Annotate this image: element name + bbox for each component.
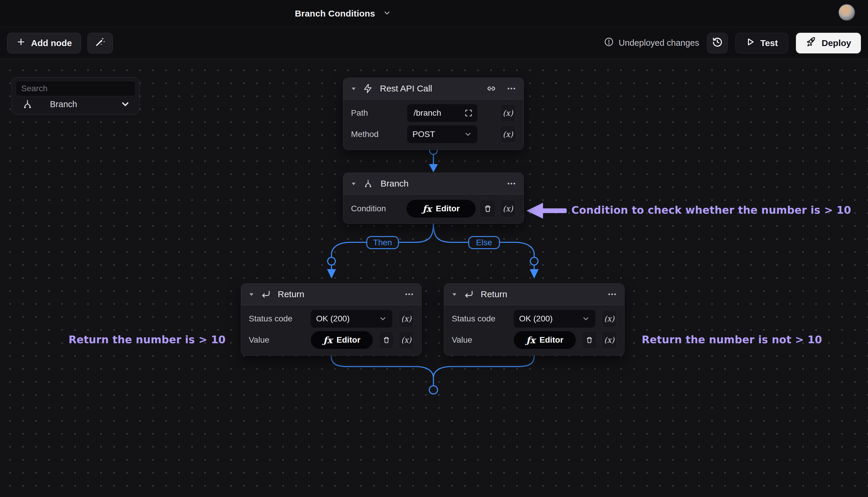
field-value: Value ƒx Editor (x) [452, 331, 617, 349]
condition-variable-button[interactable]: (x) [500, 200, 516, 217]
add-node-label: Add node [31, 38, 72, 48]
path-value[interactable] [413, 108, 465, 118]
status-code-select[interactable]: OK (200) [514, 310, 595, 328]
palette-item-label: Branch [50, 99, 77, 109]
node-title: Return [278, 289, 398, 299]
field-label: Status code [452, 314, 514, 324]
arrowhead-branch [429, 164, 438, 172]
path-input[interactable] [407, 104, 478, 122]
trash-icon [484, 204, 492, 213]
node-rest-api-call[interactable]: Rest API Call Path [343, 77, 524, 150]
title-bar: Branch Conditions [0, 0, 868, 27]
ai-assist-button[interactable] [87, 33, 113, 53]
method-select[interactable]: POST [407, 125, 478, 143]
field-label: Value [249, 335, 311, 345]
node-return-then[interactable]: Return Status code OK (200) (x) [241, 283, 422, 356]
node-body: Status code OK (200) (x) Value ƒx [241, 305, 421, 355]
status-variable-button[interactable]: (x) [602, 310, 617, 328]
node-title: Branch [381, 179, 500, 188]
test-button[interactable]: Test [735, 33, 788, 53]
alert-circle-icon [604, 37, 614, 49]
annotation-arrow [526, 203, 567, 219]
condition-editor-button[interactable]: ƒx Editor [407, 200, 476, 217]
method-variable-button[interactable]: (x) [500, 125, 516, 143]
avatar[interactable] [839, 4, 855, 20]
node-body: Status code OK (200) (x) Value ƒx [444, 305, 624, 355]
undeployed-label: Undeployed changes [619, 38, 699, 48]
value-delete-button[interactable] [582, 331, 597, 349]
rocket-icon [806, 37, 816, 49]
then-port[interactable] [328, 257, 335, 265]
undeployed-status: Undeployed changes [604, 37, 699, 49]
search-input[interactable] [16, 81, 136, 96]
chevron-down-icon [379, 315, 387, 323]
chevron-down-icon[interactable] [120, 99, 130, 109]
field-label: Value [452, 335, 514, 345]
node-title: Return [481, 289, 601, 299]
node-branch[interactable]: Branch Condition ƒx Editor [343, 173, 524, 224]
more-menu-icon[interactable] [607, 289, 617, 299]
deploy-label: Deploy [822, 38, 851, 48]
test-label: Test [760, 38, 778, 48]
toolbar: Add node Undeployed changes [0, 27, 868, 59]
collapse-caret-icon[interactable] [248, 291, 255, 298]
magic-wand-icon [95, 37, 106, 49]
status-variable-button[interactable]: (x) [399, 310, 414, 328]
node-header: Return [241, 284, 421, 305]
trash-icon [383, 336, 390, 344]
expand-icon[interactable] [465, 109, 473, 117]
collapse-caret-icon[interactable] [350, 180, 357, 187]
flow-title-dropdown[interactable]: Branch Conditions [295, 0, 391, 27]
node-header: Rest API Call [343, 78, 524, 99]
branch-icon [363, 178, 373, 189]
app: Branch Conditions Add node [0, 0, 868, 497]
merge-port[interactable] [429, 386, 438, 394]
palette-item-branch[interactable]: Branch [16, 97, 136, 112]
node-title: Rest API Call [380, 84, 480, 94]
node-return-else[interactable]: Return Status code OK (200) (x) [444, 283, 624, 356]
value-editor-button[interactable]: ƒx Editor [514, 331, 576, 349]
value-variable-button[interactable]: (x) [399, 331, 414, 349]
field-value: Value ƒx Editor (x) [249, 331, 414, 349]
field-label: Path [351, 108, 407, 118]
node-body: Path (x) Method [343, 99, 524, 150]
annotation-then: Return the number is > 10 [69, 334, 226, 345]
more-menu-icon[interactable] [506, 84, 516, 94]
arrowhead-return-then [327, 269, 336, 279]
status-code-select[interactable]: OK (200) [311, 310, 392, 328]
trash-icon [585, 336, 593, 344]
history-button[interactable] [707, 33, 728, 53]
add-node-button[interactable]: Add node [7, 33, 81, 53]
chevron-down-icon [383, 9, 391, 18]
field-path: Path (x) [351, 104, 516, 122]
field-label: Status code [249, 314, 311, 324]
node-palette: Branch [12, 77, 140, 114]
value-editor-button[interactable]: ƒx Editor [311, 331, 373, 349]
node-header: Branch [343, 173, 524, 195]
edge-merge-left [331, 351, 433, 385]
condition-delete-button[interactable] [480, 200, 496, 217]
toolbar-right: Undeployed changes Test [604, 33, 861, 53]
field-label: Condition [351, 204, 407, 213]
path-variable-button[interactable]: (x) [500, 104, 516, 122]
play-icon [746, 37, 755, 49]
flow-canvas[interactable]: Branch Rest API Call [0, 59, 868, 497]
annotation-condition: Condition to check whether the number is… [571, 204, 851, 216]
field-label: Method [351, 130, 407, 139]
more-menu-icon[interactable] [404, 289, 414, 299]
deploy-button[interactable]: Deploy [796, 33, 861, 53]
node-header: Return [444, 284, 624, 305]
node-body: Condition ƒx Editor (x) [343, 195, 524, 224]
else-port[interactable] [530, 257, 538, 265]
more-menu-icon[interactable] [506, 179, 516, 188]
fx-icon: ƒx [423, 204, 432, 214]
value-variable-button[interactable]: (x) [602, 331, 617, 349]
collapse-caret-icon[interactable] [451, 291, 458, 298]
value-delete-button[interactable] [379, 331, 394, 349]
chevron-down-icon [464, 130, 472, 139]
field-status-code: Status code OK (200) (x) [452, 310, 617, 328]
fx-icon: ƒx [526, 335, 535, 345]
link-icon[interactable] [486, 84, 496, 94]
collapse-caret-icon[interactable] [350, 85, 357, 92]
history-icon [712, 37, 722, 49]
